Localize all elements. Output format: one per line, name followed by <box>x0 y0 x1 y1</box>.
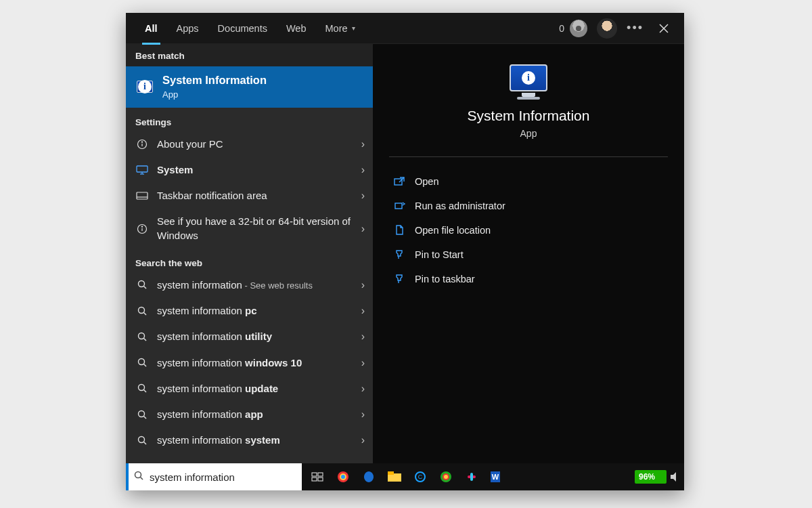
svg-point-47 <box>444 475 448 479</box>
settings-32-64-bit[interactable]: See if you have a 32-bit or 64-bit versi… <box>126 209 373 249</box>
svg-rect-5 <box>137 166 148 172</box>
section-header-settings: Settings <box>126 108 373 131</box>
detail-subtitle: App <box>468 128 590 139</box>
chevron-right-icon: › <box>361 164 365 176</box>
pin-icon <box>393 249 405 261</box>
best-match-subtitle: App <box>162 89 178 100</box>
tab-documents[interactable]: Documents <box>208 13 277 44</box>
svg-point-17 <box>138 333 144 339</box>
tab-all[interactable]: All <box>135 13 167 44</box>
action-label: Pin to taskbar <box>415 274 475 284</box>
folder-icon <box>393 224 405 236</box>
taskbar-icon <box>135 189 149 203</box>
more-options-button[interactable]: ••• <box>627 21 644 35</box>
info-icon <box>135 137 149 151</box>
action-pin-to-start[interactable]: Pin to Start <box>389 242 668 267</box>
web-result-label: system information pc <box>157 304 353 318</box>
detail-title: System Information <box>468 108 590 124</box>
file-explorer-icon[interactable] <box>383 465 406 488</box>
chevron-down-icon: ▾ <box>352 24 355 32</box>
action-label: Open file location <box>415 225 491 236</box>
web-result-windows-10[interactable]: system information windows 10 › <box>126 350 373 376</box>
chevron-right-icon: › <box>361 408 365 421</box>
search-box[interactable] <box>126 463 302 490</box>
search-icon <box>135 278 149 292</box>
svg-text:W: W <box>492 473 499 481</box>
search-input[interactable] <box>150 471 296 483</box>
settings-item-label: See if you have a 32-bit or 64-bit versi… <box>157 215 353 242</box>
result-detail-pane: System Information App Open Run as admin… <box>373 44 684 463</box>
word-icon[interactable]: W <box>486 465 509 488</box>
info-icon <box>135 222 149 236</box>
sound-icon[interactable] <box>669 465 680 488</box>
svg-marker-52 <box>671 472 676 482</box>
tab-web[interactable]: Web <box>277 13 316 44</box>
task-view-icon[interactable] <box>306 465 329 488</box>
svg-point-21 <box>138 385 144 391</box>
web-result-label: system information windows 10 <box>157 356 353 370</box>
tab-more[interactable]: More ▾ <box>316 13 365 44</box>
section-header-best-match: Best match <box>126 44 373 66</box>
rewards-points: 0 <box>559 23 564 34</box>
best-match-system-information[interactable]: System Information App <box>126 66 373 108</box>
tab-apps[interactable]: Apps <box>167 13 208 44</box>
web-result-label: system information system <box>157 433 353 447</box>
svg-line-33 <box>141 477 143 480</box>
svg-rect-34 <box>312 473 317 476</box>
svg-point-40 <box>341 475 345 479</box>
battery-indicator[interactable]: 96% <box>635 470 667 484</box>
web-result-pc[interactable]: system information pc › <box>126 298 373 324</box>
app-icon <box>135 77 154 96</box>
action-open-file-location[interactable]: Open file location <box>389 218 668 242</box>
close-button[interactable] <box>653 18 675 39</box>
tab-more-label: More <box>325 23 348 34</box>
svg-point-23 <box>138 410 144 417</box>
chrome-icon-2[interactable] <box>434 465 457 488</box>
medal-icon <box>570 20 587 37</box>
web-result-label: system information - See web results <box>157 278 353 292</box>
detail-app-icon <box>507 64 550 100</box>
detail-header: System Information App <box>468 64 590 139</box>
svg-point-25 <box>138 436 144 442</box>
settings-item-label: About your PC <box>157 137 353 151</box>
action-label: Open <box>415 176 438 187</box>
web-result-update[interactable]: system information update › <box>126 376 373 402</box>
web-result-system[interactable]: system information system › <box>126 427 373 453</box>
rewards-indicator[interactable]: 0 <box>559 20 587 37</box>
svg-point-15 <box>138 307 144 313</box>
chevron-right-icon: › <box>361 383 365 395</box>
section-header-search-web: Search the web <box>126 249 373 272</box>
svg-rect-27 <box>394 179 402 185</box>
action-run-as-administrator[interactable]: Run as administrator <box>389 194 668 218</box>
search-icon <box>135 408 149 421</box>
app-icon-blue[interactable] <box>357 465 380 488</box>
svg-rect-8 <box>137 192 148 199</box>
svg-line-26 <box>143 442 146 444</box>
app-icon-circle[interactable]: C <box>409 465 432 488</box>
svg-rect-36 <box>312 478 317 481</box>
svg-rect-29 <box>395 203 402 209</box>
search-results-list: Best match System Information App Settin… <box>126 44 373 463</box>
web-result-app[interactable]: system information app › <box>126 402 373 427</box>
svg-line-14 <box>143 287 146 289</box>
search-icon <box>135 356 149 370</box>
chrome-icon[interactable] <box>332 465 355 488</box>
close-icon <box>659 24 669 33</box>
web-result-see-web-results[interactable]: system information - See web results › <box>126 272 373 298</box>
settings-system[interactable]: System › <box>126 157 373 183</box>
action-pin-to-taskbar[interactable]: Pin to taskbar <box>389 267 668 291</box>
web-result-label: system information app <box>157 408 353 421</box>
svg-line-18 <box>143 338 146 341</box>
settings-item-label: System <box>157 163 353 177</box>
svg-text:C: C <box>418 473 423 480</box>
action-open[interactable]: Open <box>389 169 668 194</box>
svg-point-19 <box>138 359 144 365</box>
web-result-utility[interactable]: system information utility › <box>126 324 373 350</box>
settings-about-your-pc[interactable]: About your PC › <box>126 131 373 157</box>
settings-taskbar-notification-area[interactable]: Taskbar notification area › <box>126 183 373 209</box>
slack-icon[interactable] <box>460 465 483 488</box>
user-avatar[interactable] <box>597 18 617 39</box>
svg-point-12 <box>141 226 142 227</box>
search-filter-tabs: All Apps Documents Web More ▾ 0 ••• <box>126 13 684 44</box>
divider <box>389 156 668 157</box>
